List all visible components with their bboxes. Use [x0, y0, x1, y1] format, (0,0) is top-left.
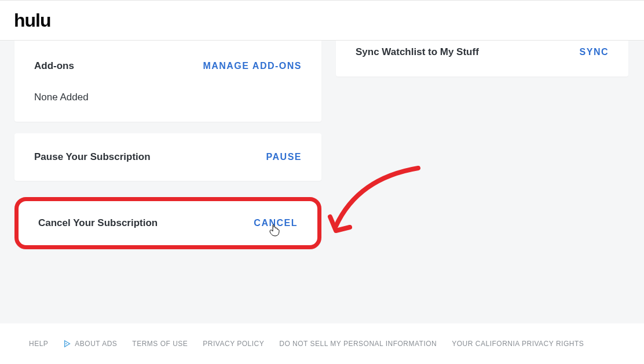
- cancel-subscription-card: Cancel Your Subscription CANCEL: [14, 197, 321, 249]
- sync-button[interactable]: SYNC: [580, 47, 609, 57]
- hulu-logo: hulu: [14, 10, 51, 31]
- annotation-arrow-icon: [325, 162, 424, 241]
- addons-value: None Added: [34, 92, 302, 103]
- manage-addons-button[interactable]: MANAGE ADD-ONS: [203, 61, 302, 71]
- footer-terms[interactable]: TERMS OF USE: [132, 340, 188, 348]
- footer-help[interactable]: HELP: [29, 340, 48, 348]
- app-header: hulu: [0, 0, 644, 41]
- addons-card: Add-ons MANAGE ADD-ONS None Added: [14, 41, 321, 122]
- footer-privacy[interactable]: PRIVACY POLICY: [203, 340, 264, 348]
- footer-do-not-sell[interactable]: DO NOT SELL MY PERSONAL INFORMATION: [279, 340, 437, 348]
- footer-about-ads[interactable]: ABOUT ADS: [63, 340, 117, 348]
- footer-ccpa[interactable]: YOUR CALIFORNIA PRIVACY RIGHTS: [452, 340, 584, 348]
- pause-title: Pause Your Subscription: [34, 151, 151, 163]
- footer-about-ads-label: ABOUT ADS: [75, 340, 117, 348]
- adchoices-icon: [63, 340, 71, 348]
- cancel-button[interactable]: CANCEL: [254, 218, 298, 228]
- sync-title: Sync Watchlist to My Stuff: [356, 46, 479, 58]
- account-content: Add-ons MANAGE ADD-ONS None Added Sync W…: [0, 41, 644, 319]
- pause-subscription-card: Pause Your Subscription PAUSE: [14, 133, 321, 181]
- cancel-title: Cancel Your Subscription: [38, 217, 158, 229]
- footer-links: HELP ABOUT ADS TERMS OF USE PRIVACY POLI…: [0, 323, 644, 364]
- svg-point-0: [66, 343, 67, 344]
- pause-button[interactable]: PAUSE: [266, 152, 302, 162]
- sync-watchlist-card: Sync Watchlist to My Stuff SYNC: [336, 41, 628, 77]
- addons-title: Add-ons: [34, 60, 74, 72]
